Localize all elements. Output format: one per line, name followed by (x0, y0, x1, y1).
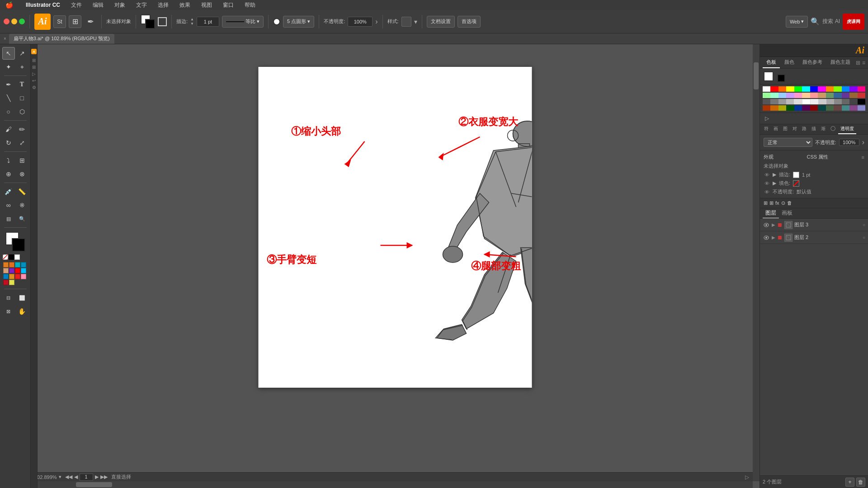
tab-color-themes[interactable]: 颜色主题 (827, 57, 854, 68)
tab-symbol[interactable]: 符 (762, 124, 771, 134)
swatch-black[interactable] (9, 254, 14, 260)
swatch-p1[interactable] (858, 86, 865, 92)
swatch-red-2[interactable] (15, 274, 20, 279)
sw-r3-3[interactable] (778, 99, 786, 104)
line-tool[interactable]: ╲ (2, 92, 15, 104)
shape-select[interactable]: 5 点圆形 ▾ (283, 16, 314, 28)
prev-icon[interactable]: ◀ (74, 474, 78, 480)
panel-collapse-1[interactable]: ⊞ (32, 58, 36, 63)
brush-tool-icon[interactable]: ✒ (84, 15, 97, 28)
slice-tool[interactable]: ⊠ (2, 305, 15, 318)
sw-r2-4[interactable] (786, 93, 794, 98)
stroke-type-select[interactable]: 等比 ▾ (222, 16, 264, 28)
panel-grid-view-icon[interactable]: ⊞ (856, 60, 860, 66)
menu-object[interactable]: 对象 (113, 1, 127, 9)
tab-align[interactable]: 对 (790, 124, 799, 134)
swatch-lg1[interactable] (834, 86, 841, 92)
layer-item-2[interactable]: ▶ 图层 2 ○ (760, 231, 868, 244)
layers-icon-5[interactable]: 🗑 (787, 200, 792, 206)
vertical-scrollbar[interactable] (753, 44, 760, 481)
workspace-select[interactable]: Web ▾ (786, 16, 808, 28)
tab-color[interactable]: 颜色 (781, 57, 798, 68)
free-transform-tool[interactable]: ⊞ (16, 154, 28, 167)
measure-tool[interactable]: 📏 (16, 185, 28, 198)
tab-pattern[interactable]: ◯ (828, 124, 838, 134)
ellipse-tool[interactable]: ○ (2, 105, 15, 118)
sw-r4-1[interactable] (763, 105, 770, 111)
sw-r2-7[interactable] (810, 93, 818, 98)
document-tab[interactable]: 扁平人物3.ai* @ 102.89% (RGB/GPU 预览) (9, 34, 114, 44)
next-page-icon[interactable]: ▶▶ (100, 474, 108, 480)
tab-color-guide[interactable]: 颜色参考 (799, 57, 826, 68)
layer-3-expand-icon[interactable]: ▶ (772, 222, 775, 227)
tab-paint[interactable]: 画 (771, 124, 780, 134)
layers-icon-1[interactable]: ⊞ (764, 200, 768, 206)
horizontal-scroll-thumb[interactable] (76, 482, 112, 487)
tab-swatches[interactable]: 色板 (763, 57, 780, 68)
swatch-orange-1[interactable] (3, 262, 9, 267)
panel-stroke-color[interactable] (777, 74, 785, 82)
tab-graph[interactable]: 图 (781, 124, 790, 134)
screen-mode-tool[interactable]: ⬜ (16, 291, 28, 304)
rotate-tool[interactable]: ↻ (2, 136, 15, 149)
swatch-blue-2[interactable] (3, 274, 9, 279)
app-name[interactable]: Illustrator CC (24, 1, 62, 9)
swatch-pink-1[interactable] (21, 274, 26, 279)
panel-collapse-3[interactable]: ▷ (32, 71, 36, 76)
tab-path[interactable]: 路 (800, 124, 809, 134)
swatch-red-1[interactable] (15, 268, 20, 273)
fill-color-box[interactable] (793, 180, 799, 187)
layer-2-expand-icon[interactable]: ▶ (772, 235, 775, 240)
sw-r4-2[interactable] (770, 105, 778, 111)
swatch-c1[interactable] (802, 86, 810, 92)
sw-r2-3[interactable] (778, 93, 786, 98)
menu-window[interactable]: 窗口 (221, 1, 236, 9)
sw-r2-1[interactable] (763, 93, 770, 98)
swatch-skin-1[interactable] (3, 268, 9, 273)
swatch-yellow-2[interactable] (9, 280, 14, 285)
sw-r3-4[interactable] (786, 99, 794, 104)
sw-r2-10[interactable] (834, 93, 841, 98)
sw-r3-8[interactable] (818, 99, 826, 104)
swatch-r1[interactable] (770, 86, 778, 92)
text-tool[interactable]: T (16, 78, 28, 91)
sw-r3-11[interactable] (842, 99, 849, 104)
swatch-o2[interactable] (826, 86, 834, 92)
sw-r4-4[interactable] (786, 105, 794, 111)
layers-icon-3[interactable]: fx (775, 200, 779, 206)
horizontal-scrollbar[interactable] (31, 481, 753, 488)
panel-fill-color[interactable] (764, 71, 774, 81)
expand-status-icon[interactable]: ▷ (745, 474, 749, 480)
stroke-value-input[interactable] (197, 17, 219, 27)
sw-r4-6[interactable] (802, 105, 810, 111)
swatch-m1[interactable] (818, 86, 826, 92)
paint-brush-tool[interactable]: 🖌 (2, 123, 15, 136)
direct-selection-tool[interactable]: ↗ (16, 47, 28, 60)
stroke-stepper[interactable]: ▲ ▼ (190, 17, 194, 26)
blend-tool[interactable]: ∞ (2, 199, 15, 211)
layers-icon-4[interactable]: ⊙ (781, 200, 785, 206)
vertical-scroll-thumb[interactable] (754, 62, 759, 89)
apple-menu[interactable]: 🍎 (4, 1, 15, 9)
blend-mode-select[interactable]: 正常 (764, 138, 812, 147)
sw-r2-8[interactable] (818, 93, 826, 98)
swatch-g1[interactable] (794, 86, 802, 92)
fill-stroke-selector[interactable] (5, 232, 25, 252)
sw-r3-5[interactable] (794, 99, 802, 104)
sw-r2-12[interactable] (849, 93, 857, 98)
hand-tool[interactable]: ✋ (16, 305, 28, 318)
shape-builder-tool[interactable]: ⊕ (2, 168, 15, 180)
tab-transparency[interactable]: 透明度 (838, 124, 856, 134)
warp-tool[interactable]: ⤵ (2, 154, 15, 167)
sw-r3-1[interactable] (763, 99, 770, 104)
layers-icon-2[interactable]: ⊞ (769, 200, 774, 206)
new-layer-button[interactable]: + (845, 478, 854, 487)
tab-stroke-panel[interactable]: 描 (809, 124, 818, 134)
eye-icon-opacity[interactable]: 👁 (764, 189, 770, 195)
swatch-none[interactable] (3, 254, 8, 260)
swatch-o1[interactable] (778, 86, 786, 92)
graph-tool[interactable]: ▤ (2, 212, 15, 225)
layer-2-vis-icon[interactable] (763, 234, 770, 241)
doc-settings-button[interactable]: 文档设置 (427, 16, 455, 28)
rect-tool[interactable]: □ (16, 92, 28, 104)
